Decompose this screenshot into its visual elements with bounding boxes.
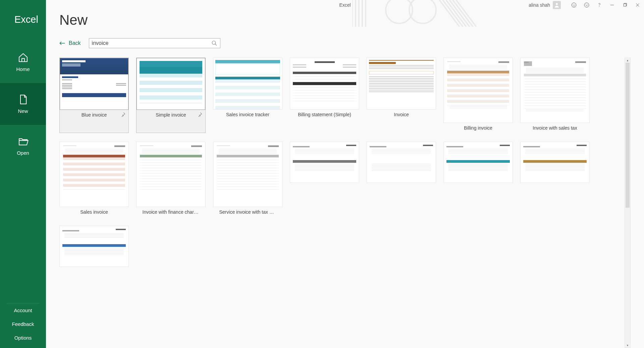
template-sales-tax[interactable]: LOGOInvoice with sales tax [520,58,590,133]
minimize-icon [609,2,615,8]
question-icon [596,2,602,8]
back-link[interactable]: Back [59,40,81,46]
template-service-tax[interactable]: Service invoice with tax ca... [213,142,282,217]
template-label: Service invoice with tax ca... [219,209,276,215]
new-file-icon [18,94,29,105]
help-button[interactable] [593,0,606,10]
template-label: Billing statement (Simple) [298,112,351,117]
template-caption-row: Invoice with finance charg... [136,207,206,217]
template-simple-invoice[interactable]: Simple invoice [136,58,206,133]
template-thumbnail [290,58,359,110]
template-thumbnail [136,142,206,207]
template-thumbnail [59,142,129,207]
account-name[interactable]: alina shah [529,2,550,8]
svg-point-14 [572,3,576,7]
back-label: Back [69,40,81,46]
template-caption-row: Invoice with sales tax [520,123,590,133]
window-titlebar: Excel alina shah [46,0,644,10]
sidebar-item-label: New [18,108,28,114]
template-finance-charge[interactable]: Invoice with finance charg... [136,142,206,217]
template-thumbnail [367,142,436,183]
arrow-left-icon [59,41,65,46]
template-caption-row: Billing invoice [443,123,513,133]
template-sales-invoice[interactable]: Sales invoice [59,142,129,217]
svg-point-19 [587,4,588,5]
scroll-down-arrow[interactable]: ▼ [625,343,630,348]
template-sales-tracker[interactable]: Sales invoice tracker [213,58,282,133]
sidebar-item-label: Home [16,66,30,72]
sidebar-link-feedback[interactable]: Feedback [7,317,39,331]
template-label: Invoice with finance charg... [143,209,200,215]
window-minimize-button[interactable] [606,0,619,10]
template-r3-2[interactable] [367,142,436,217]
svg-point-26 [212,41,216,45]
backstage-main: Excel alina shah [46,0,644,348]
app-title: Excel [0,0,46,25]
template-label: Blue invoice [82,112,107,118]
backstage-sidebar: Excel Home New Open Account Feedback Opt… [0,0,46,348]
template-caption-row: Invoice [367,110,436,120]
smile-icon [571,2,577,8]
template-billing-invoice[interactable]: Billing invoice [443,58,513,133]
account-avatar[interactable] [553,1,561,9]
template-thumbnail [59,226,129,267]
svg-point-16 [575,4,575,5]
template-label: Invoice with sales tax [533,125,577,131]
template-caption-row: Sales invoice tracker [213,110,282,120]
template-billing-simple[interactable]: Billing statement (Simple) [290,58,359,133]
svg-point-20 [599,6,599,6]
svg-line-27 [215,44,217,46]
template-label: Sales invoice tracker [226,112,269,117]
sidebar-item-open[interactable]: Open [0,125,46,167]
svg-point-15 [573,4,573,5]
template-thumbnail [443,142,513,183]
template-caption-row: Sales invoice [59,207,129,217]
template-thumbnail [213,58,282,110]
sidebar-item-new[interactable]: New [0,83,46,125]
window-restore-button[interactable] [619,0,631,10]
frown-icon [584,2,590,8]
svg-point-17 [584,3,589,7]
template-label: Billing invoice [464,125,492,131]
window-title: Excel [339,2,351,8]
svg-point-13 [556,3,558,5]
template-thumbnail [443,58,513,123]
pin-icon[interactable] [120,112,126,117]
sidebar-link-options[interactable]: Options [7,331,39,345]
svg-rect-22 [624,4,626,6]
search-icon [211,40,217,46]
template-thumbnail: LOGO [520,58,590,123]
restore-icon [622,2,628,8]
window-close-button[interactable] [631,0,644,10]
feedback-smile-button[interactable] [568,0,580,10]
svg-point-18 [586,4,586,5]
template-blue-invoice[interactable]: Blue invoice [59,58,129,133]
template-invoice[interactable]: Invoice [367,58,436,133]
template-r3-1[interactable] [290,142,359,217]
template-label: Simple invoice [156,112,186,118]
pin-icon[interactable] [197,112,203,117]
template-gallery: Blue invoiceSimple invoiceSales invoice … [59,58,624,348]
sidebar-item-home[interactable]: Home [0,41,46,83]
feedback-frown-button[interactable] [580,0,593,10]
scroll-thumb[interactable] [626,63,630,208]
template-r3-5[interactable] [59,226,129,267]
template-label: Sales invoice [80,209,108,215]
template-search-box[interactable] [89,38,220,48]
sidebar-link-account[interactable]: Account [7,303,39,317]
folder-open-icon [18,136,29,147]
template-thumbnail [290,142,359,183]
gallery-scrollbar[interactable]: ▲ ▼ [625,58,631,348]
template-r3-4[interactable] [520,142,590,217]
template-thumbnail [60,58,128,110]
close-icon [635,2,641,8]
template-r3-3[interactable] [443,142,513,217]
sidebar-item-label: Open [17,150,29,156]
template-caption-row: Service invoice with tax ca... [213,207,282,217]
template-search-input[interactable] [92,40,211,46]
sidebar-bottom-links: Account Feedback Options [7,303,39,348]
template-caption-row: Blue invoice [60,110,128,120]
template-label: Invoice [394,112,409,117]
scroll-up-arrow[interactable]: ▲ [625,58,630,63]
page-title: New [59,12,631,28]
